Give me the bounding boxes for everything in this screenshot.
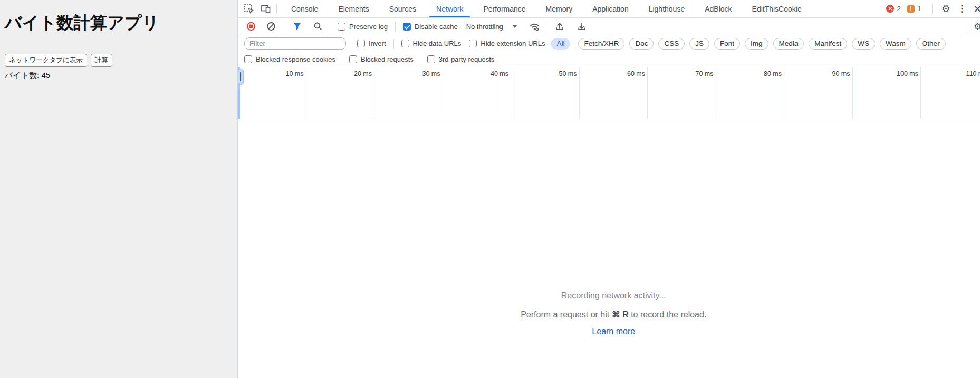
request-type-pills: All Fetch/XHR Doc CSS JS Font Img Media …: [551, 38, 945, 50]
separator: [932, 4, 933, 14]
checkbox-unchecked: [338, 23, 345, 31]
pill-wasm[interactable]: Wasm: [880, 38, 911, 50]
preserve-log-checkbox[interactable]: Preserve log: [338, 23, 388, 31]
network-timeline-overview[interactable]: 10 ms 20 ms 30 ms 40 ms 50 ms 60 ms 70 m…: [238, 67, 980, 119]
kebab-menu-icon[interactable]: ⋮: [956, 3, 968, 15]
invert-checkbox[interactable]: Invert: [357, 40, 386, 47]
timeline-tick: 80 ms: [716, 67, 785, 119]
third-party-requests-checkbox[interactable]: 3rd-party requests: [427, 55, 495, 63]
timeline-tick: 40 ms: [443, 67, 512, 119]
error-badge[interactable]: ✕ 2: [886, 5, 901, 13]
tab-network[interactable]: Network: [426, 0, 473, 17]
pill-media[interactable]: Media: [773, 38, 804, 50]
warning-badge[interactable]: ! 1: [907, 5, 921, 13]
separator: [284, 22, 284, 31]
checkbox-unchecked: [427, 55, 435, 63]
blocked-requests-checkbox[interactable]: Blocked requests: [349, 55, 414, 63]
checkbox-unchecked: [401, 40, 409, 47]
pill-ws[interactable]: WS: [852, 38, 875, 50]
checkbox-unchecked: [357, 40, 365, 47]
timeline-tick: 70 ms: [648, 67, 716, 119]
separator: [276, 4, 277, 14]
tab-adblock[interactable]: AdBlock: [695, 0, 742, 17]
checkbox-checked: [403, 23, 411, 31]
calculate-button[interactable]: 計算: [91, 54, 112, 67]
settings-gear-icon[interactable]: ⚙: [940, 3, 953, 15]
timeline-tick: 100 ms: [853, 67, 921, 119]
separator: [395, 22, 396, 31]
tab-memory[interactable]: Memory: [536, 0, 583, 17]
close-devtools-icon[interactable]: ✕: [972, 3, 980, 15]
network-filter-row: Invert Hide data URLs Hide extension URL…: [238, 35, 980, 52]
pill-css[interactable]: CSS: [658, 38, 685, 50]
import-har-icon[interactable]: [553, 20, 566, 33]
page-title: バイト数計算アプリ: [5, 0, 237, 35]
tab-sources[interactable]: Sources: [379, 0, 426, 17]
timeline-left-drag-handle[interactable]: [238, 67, 240, 119]
chevron-down-icon: [513, 25, 517, 28]
separator: [967, 22, 967, 31]
third-party-requests-label: 3rd-party requests: [439, 55, 495, 63]
record-network-log-icon[interactable]: [245, 20, 257, 33]
warning-icon: !: [907, 5, 915, 13]
pill-manifest[interactable]: Manifest: [809, 38, 847, 50]
filter-input[interactable]: [244, 37, 346, 50]
timeline-tick: 110 ms: [921, 67, 980, 119]
network-settings-gear-icon[interactable]: ⚙: [972, 20, 980, 33]
pill-other[interactable]: Other: [916, 38, 946, 50]
pill-img[interactable]: Img: [745, 38, 768, 50]
timeline-tick: 20 ms: [306, 67, 375, 119]
tab-elements[interactable]: Elements: [328, 0, 379, 17]
recording-activity-text: Recording network activity...: [238, 291, 980, 301]
export-har-icon[interactable]: [575, 20, 588, 33]
separator: [393, 39, 394, 49]
error-count: 2: [897, 5, 901, 13]
r-key: R: [622, 310, 629, 319]
tab-application[interactable]: Application: [582, 0, 639, 17]
network-conditions-icon[interactable]: [529, 20, 541, 33]
tab-console[interactable]: Console: [281, 0, 328, 17]
learn-more-link[interactable]: Learn more: [592, 327, 635, 336]
separator: [547, 22, 547, 31]
inspect-element-icon[interactable]: [243, 3, 255, 15]
drag-grip[interactable]: [238, 69, 244, 85]
web-page: バイト数計算アプリ ネットワークタブに表示 計算 バイト数: 45: [0, 0, 237, 378]
timeline-tick: 30 ms: [374, 67, 443, 119]
hide-data-urls-checkbox[interactable]: Hide data URLs: [401, 40, 462, 47]
preserve-log-label: Preserve log: [349, 23, 388, 31]
filter-funnel-icon[interactable]: [291, 20, 303, 33]
throttling-dropdown[interactable]: No throttling: [466, 23, 517, 31]
timeline-grid: 10 ms 20 ms 30 ms 40 ms 50 ms 60 ms 70 m…: [238, 67, 980, 119]
disable-cache-checkbox[interactable]: Disable cache: [403, 23, 458, 31]
pill-font[interactable]: Font: [714, 38, 740, 50]
clear-network-log-icon[interactable]: [265, 20, 277, 33]
devtools-panel: Console Elements Sources Network Perform…: [237, 0, 980, 378]
perform-request-hint: Perform a request or hit ⌘ R to record t…: [238, 309, 980, 319]
byte-count-text: バイト数: 45: [5, 71, 237, 81]
timeline-tick: 60 ms: [580, 67, 648, 119]
empty-state: Recording network activity... Perform a …: [238, 119, 980, 336]
tabbar-right-controls: ✕ 2 ! 1 ⚙ ⋮ ✕: [886, 3, 980, 15]
tab-editthiscookie[interactable]: EditThisCookie: [742, 0, 812, 17]
hide-extension-urls-checkbox[interactable]: Hide extension URLs: [469, 40, 545, 47]
pill-doc[interactable]: Doc: [629, 38, 654, 50]
network-request-list-area: Recording network activity... Perform a …: [238, 119, 980, 378]
checkbox-unchecked: [469, 40, 477, 47]
timeline-tick: 90 ms: [784, 67, 853, 119]
checkbox-unchecked: [244, 55, 252, 63]
device-toolbar-icon[interactable]: [260, 3, 272, 15]
hide-data-urls-label: Hide data URLs: [413, 40, 462, 47]
throttling-value: No throttling: [466, 23, 503, 31]
show-in-network-tab-button[interactable]: ネットワークタブに表示: [5, 54, 87, 67]
blocked-response-cookies-checkbox[interactable]: Blocked response cookies: [244, 55, 335, 63]
tab-lighthouse[interactable]: Lighthouse: [639, 0, 695, 17]
search-icon[interactable]: [312, 20, 324, 33]
pill-fetch-xhr[interactable]: Fetch/XHR: [578, 38, 624, 50]
hide-extension-urls-label: Hide extension URLs: [481, 40, 545, 47]
timeline-tick: 10 ms: [238, 67, 306, 119]
button-row: ネットワークタブに表示 計算: [5, 54, 237, 67]
network-options-row: Blocked response cookies Blocked request…: [238, 52, 980, 67]
pill-all[interactable]: All: [551, 38, 570, 50]
tab-performance[interactable]: Performance: [473, 0, 535, 17]
pill-js[interactable]: JS: [689, 38, 709, 50]
